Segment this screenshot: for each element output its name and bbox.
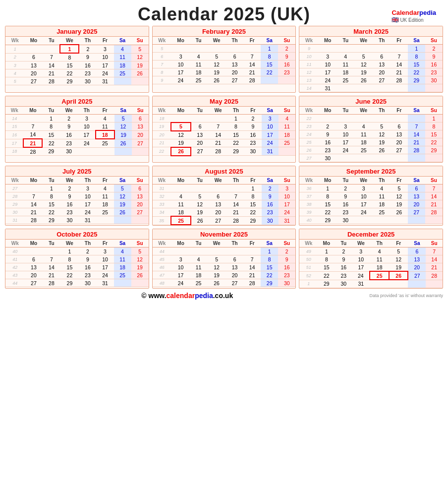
- col-header-mo: Mo: [23, 107, 42, 115]
- col-header-wk: Wk: [153, 107, 171, 115]
- day-cell: [373, 216, 391, 224]
- footer-brand-pedia: pedia: [195, 292, 213, 300]
- col-header-sa: Sa: [262, 107, 279, 115]
- day-cell: 23: [262, 208, 279, 217]
- day-cell: 9: [278, 255, 295, 263]
- day-cell: 9: [336, 255, 352, 263]
- day-cell: 19: [373, 138, 391, 146]
- day-cell: 10: [171, 61, 190, 68]
- day-cell: 20: [132, 130, 148, 139]
- day-cell: 10: [354, 192, 373, 200]
- day-cell: 7: [209, 123, 227, 131]
- day-cell: 4: [114, 45, 131, 53]
- table-row: 31123: [153, 184, 296, 192]
- table-row: 26789101112: [5, 53, 149, 62]
- day-cell: 3: [319, 53, 337, 61]
- day-cell: 3: [78, 115, 96, 123]
- day-cell: 16: [262, 200, 279, 208]
- day-cell: 27: [5, 184, 24, 192]
- day-cell: 24: [79, 208, 96, 216]
- day-cell: 24: [171, 279, 190, 287]
- day-cell: [24, 184, 43, 192]
- day-cell: 27: [131, 208, 149, 216]
- table-row: 52728293031: [5, 77, 149, 85]
- day-cell: 12: [391, 192, 408, 200]
- day-cell: 25: [354, 146, 373, 154]
- day-cell: 45: [153, 255, 171, 263]
- day-cell: 14: [23, 130, 42, 139]
- day-cell: 22: [227, 139, 244, 147]
- day-cell: 23: [79, 271, 96, 279]
- day-cell: [114, 279, 131, 287]
- day-cell: 29: [244, 216, 261, 225]
- table-row: 313141516171819: [5, 62, 149, 69]
- day-cell: 31: [5, 216, 24, 224]
- col-header-wk: Wk: [299, 240, 318, 247]
- day-cell: 6: [226, 255, 243, 263]
- day-cell: [408, 115, 425, 123]
- table-row: 3245678910: [153, 192, 296, 200]
- table-row: 402930: [299, 216, 443, 224]
- col-header-tu: Tu: [337, 177, 354, 184]
- day-cell: 10: [299, 53, 318, 61]
- day-cell: 4: [96, 184, 113, 192]
- day-cell: [243, 45, 261, 53]
- day-cell: 25: [299, 138, 318, 146]
- day-cell: [319, 115, 337, 123]
- col-header-sa: Sa: [261, 240, 278, 247]
- day-cell: 3: [5, 62, 24, 69]
- table-row: 2878910111213: [5, 192, 149, 200]
- day-cell: 9: [244, 123, 261, 131]
- day-cell: 18: [114, 263, 131, 271]
- day-cell: 24: [96, 271, 113, 279]
- day-cell: 27: [226, 279, 243, 287]
- month-block-12: December 2025WkMoTuWeThFrSaSu49123456750…: [299, 229, 443, 289]
- day-cell: 9: [337, 192, 354, 200]
- col-header-we: We: [60, 177, 79, 184]
- day-cell: [425, 154, 443, 162]
- day-cell: 7: [153, 61, 171, 68]
- day-cell: 26: [354, 76, 373, 84]
- day-cell: 1: [299, 280, 318, 288]
- day-cell: 16: [79, 263, 96, 271]
- day-cell: 10: [79, 192, 96, 200]
- day-cell: [354, 45, 373, 53]
- day-cell: 31: [96, 77, 113, 85]
- table-row: 442728293031: [5, 279, 149, 287]
- day-cell: 17: [337, 138, 354, 146]
- month-title-8: August 2025: [153, 166, 296, 177]
- col-header-wk: Wk: [299, 107, 318, 115]
- day-cell: 5: [5, 77, 24, 85]
- day-cell: 7: [391, 53, 408, 61]
- day-cell: 18: [279, 131, 295, 139]
- table-row: 19567891011: [153, 123, 296, 131]
- day-cell: 23: [244, 139, 261, 147]
- col-header-we: We: [209, 177, 227, 184]
- day-cell: 21: [24, 208, 43, 216]
- col-header-tu: Tu: [191, 177, 209, 184]
- table-row: 5222232425262728: [299, 271, 443, 280]
- day-cell: 4: [370, 247, 389, 255]
- day-cell: 15: [261, 263, 278, 271]
- day-cell: 9: [79, 53, 96, 62]
- day-cell: 7: [425, 184, 443, 192]
- col-header-wk: Wk: [299, 37, 318, 45]
- day-cell: 13: [226, 61, 243, 68]
- day-cell: 16: [337, 200, 354, 208]
- day-cell: 18: [337, 68, 354, 76]
- day-cell: 37: [299, 192, 318, 200]
- col-header-su: Su: [132, 107, 148, 115]
- col-header-tu: Tu: [43, 37, 60, 45]
- day-cell: 27: [391, 146, 408, 154]
- month-title-5: May 2025: [153, 96, 296, 107]
- day-cell: 19: [153, 123, 171, 131]
- day-cell: [78, 147, 96, 156]
- day-cell: 13: [226, 263, 243, 271]
- day-cell: 12: [114, 192, 131, 200]
- col-header-mo: Mo: [171, 240, 190, 247]
- day-cell: 7: [43, 255, 60, 263]
- day-cell: 5: [131, 247, 149, 255]
- day-cell: 10: [352, 255, 370, 263]
- day-cell: 2: [60, 115, 78, 123]
- day-cell: 8: [43, 192, 60, 200]
